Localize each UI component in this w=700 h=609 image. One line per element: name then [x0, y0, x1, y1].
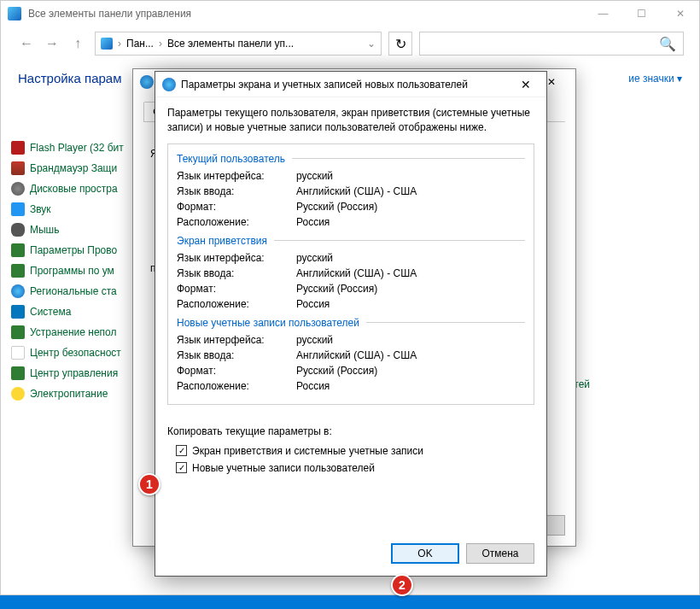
- label-lang-input: Язык ввода:: [177, 267, 296, 279]
- main-titlebar: Все элементы панели управления — ☐ ✕: [1, 1, 699, 26]
- maximize-button[interactable]: ☐: [622, 1, 661, 26]
- value-format: Русский (Россия): [296, 283, 377, 295]
- minimize-button[interactable]: —: [584, 1, 622, 26]
- label-lang-ui: Язык интерфейса:: [177, 252, 296, 264]
- folder-icon: [11, 243, 25, 257]
- close-button[interactable]: ✕: [661, 1, 699, 26]
- flag-icon: [11, 346, 25, 360]
- label-format: Формат:: [177, 201, 296, 213]
- storage-icon: [11, 182, 25, 196]
- globe-icon: [162, 78, 176, 91]
- close-button[interactable]: ✕: [509, 73, 543, 97]
- sidebar-item-programs[interactable]: Программы по ум: [11, 261, 148, 281]
- value-lang-ui: русский: [296, 170, 333, 182]
- welcome-settings-dialog: Параметры экрана и учетных записей новых…: [155, 71, 547, 577]
- breadcrumb[interactable]: › Пан... › Все элементы панели уп... ⌄: [95, 32, 382, 56]
- label-format: Формат:: [177, 283, 296, 295]
- sidebar-item-power[interactable]: Электропитание: [11, 384, 148, 404]
- dialog-description: Параметры текущего пользователя, экран п…: [167, 106, 534, 135]
- accounts-icon: [11, 366, 25, 380]
- sidebar-item-firewall[interactable]: Брандмауэр Защи: [11, 158, 148, 179]
- sidebar-item-mouse[interactable]: Мышь: [11, 220, 148, 240]
- search-input[interactable]: 🔍: [419, 32, 684, 56]
- window-title: Все элементы панели управления: [28, 8, 584, 20]
- label-lang-input: Язык ввода:: [177, 349, 296, 361]
- refresh-button[interactable]: ↻: [388, 32, 412, 56]
- checkbox-new-users[interactable]: ✓: [176, 462, 187, 473]
- sidebar-item-system[interactable]: Система: [11, 302, 148, 322]
- copy-heading: Копировать текущие параметры в:: [167, 425, 534, 437]
- sidebar-item-flash[interactable]: Flash Player (32 бит: [11, 138, 148, 158]
- sidebar-item-region[interactable]: Региональные ста: [11, 281, 148, 302]
- value-lang-input: Английский (США) - США: [296, 185, 417, 197]
- back-button[interactable]: ←: [16, 33, 37, 54]
- breadcrumb-1[interactable]: Пан...: [126, 38, 154, 50]
- label-lang-ui: Язык интерфейса:: [177, 334, 296, 346]
- system-icon: [11, 305, 25, 319]
- flash-icon: [11, 141, 25, 155]
- checkbox-label-new-users: Новые учетные записи пользователей: [192, 462, 375, 474]
- value-location: Россия: [296, 216, 330, 228]
- label-location: Расположение:: [177, 298, 296, 310]
- sidebar-item-storage[interactable]: Дисковые простра: [11, 179, 148, 199]
- sidebar-item-explorer[interactable]: Параметры Прово: [11, 240, 148, 261]
- label-lang-ui: Язык интерфейса:: [177, 170, 296, 182]
- programs-icon: [11, 264, 25, 278]
- label-location: Расположение:: [177, 216, 296, 228]
- globe-icon: [11, 284, 25, 298]
- copy-section: Копировать текущие параметры в: ✓ Экран …: [167, 425, 534, 477]
- sidebar-item-accounts[interactable]: Центр управления: [11, 363, 148, 384]
- cancel-button[interactable]: Отмена: [466, 543, 534, 564]
- power-icon: [11, 387, 25, 401]
- section-welcome-screen: Экран приветствия: [177, 230, 525, 250]
- chevron-down-icon[interactable]: ⌄: [367, 38, 376, 50]
- value-lang-input: Английский (США) - США: [296, 349, 417, 361]
- up-button[interactable]: ↑: [67, 33, 88, 54]
- section-new-users: Новые учетные записи пользователей: [177, 312, 525, 332]
- sound-icon: [11, 202, 25, 216]
- value-location: Россия: [296, 298, 330, 310]
- checkbox-label-welcome: Экран приветствия и системные учетные за…: [192, 445, 423, 457]
- control-panel-icon: [8, 7, 21, 20]
- value-format: Русский (Россия): [296, 201, 377, 213]
- window-controls: — ☐ ✕: [584, 1, 699, 26]
- settings-groupbox: Текущий пользователь Язык интерфейса:рус…: [167, 143, 534, 405]
- section-current-user: Текущий пользователь: [177, 153, 525, 168]
- label-location: Расположение:: [177, 380, 296, 392]
- ok-button[interactable]: OK: [391, 543, 459, 564]
- sidebar-item-troubleshoot[interactable]: Устранение непол: [11, 322, 148, 343]
- value-lang-ui: русский: [296, 334, 333, 346]
- value-format: Русский (Россия): [296, 365, 377, 377]
- label-lang-input: Язык ввода:: [177, 185, 296, 197]
- sidebar-item-sound[interactable]: Звук: [11, 199, 148, 220]
- page-title: Настройка парам: [18, 71, 121, 85]
- address-bar: ← → ↑ › Пан... › Все элементы панели уп.…: [8, 28, 692, 59]
- value-location: Россия: [296, 380, 330, 392]
- sidebar-item-security[interactable]: Центр безопасност: [11, 343, 148, 363]
- dialog-title: Параметры экрана и учетных записей новых…: [181, 79, 509, 91]
- sidebar: Flash Player (32 бит Брандмауэр Защи Дис…: [11, 138, 148, 404]
- breadcrumb-icon: [101, 38, 113, 50]
- forward-button[interactable]: →: [42, 33, 62, 54]
- view-dropdown[interactable]: ие значки ▾: [628, 73, 682, 85]
- dialog-titlebar: Параметры экрана и учетных записей новых…: [155, 72, 546, 97]
- annotation-badge-2: 2: [391, 574, 413, 596]
- globe-icon: [140, 75, 154, 89]
- annotation-badge-1: 1: [138, 473, 160, 495]
- search-icon: 🔍: [659, 36, 676, 52]
- firewall-icon: [11, 161, 25, 175]
- taskbar: [0, 595, 700, 609]
- label-format: Формат:: [177, 365, 296, 377]
- checkbox-welcome-screen[interactable]: ✓: [176, 445, 187, 456]
- chevron-right-icon: ›: [118, 38, 121, 50]
- mouse-icon: [11, 223, 25, 237]
- breadcrumb-2[interactable]: Все элементы панели уп...: [167, 38, 294, 50]
- chevron-right-icon: ›: [159, 38, 162, 50]
- value-lang-ui: русский: [296, 252, 333, 264]
- wrench-icon: [11, 325, 25, 339]
- value-lang-input: Английский (США) - США: [296, 267, 417, 279]
